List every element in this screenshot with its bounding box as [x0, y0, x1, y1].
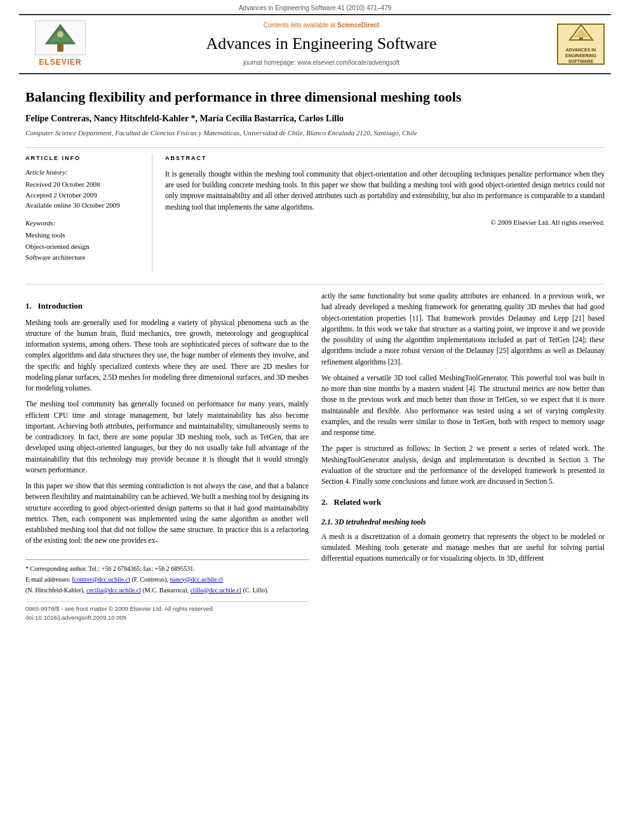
body-columns: 1. Introduction Meshing tools are genera…	[25, 291, 605, 622]
abstract-heading: ABSTRACT	[165, 154, 605, 163]
body-col-right: actly the same functionality but some qu…	[321, 291, 605, 622]
footer-line2: doi:10.1016/j.advengsoft.2009.10.005	[25, 613, 309, 622]
svg-point-3	[57, 31, 64, 37]
section2-label: Related work	[334, 497, 382, 507]
keywords-list: Meshing tools Object-oriented design Sof…	[25, 230, 142, 263]
footnote-corresponding: * Corresponding author. Tel.: +56 2 6784…	[25, 564, 309, 573]
main-content: Balancing flexibility and performance in…	[0, 88, 630, 622]
journal-title: Advances in Engineering Software	[95, 32, 547, 55]
right-para2: We obtained a versatile 3D tool called M…	[321, 373, 605, 439]
keyword-2: Object-oriented design	[25, 241, 142, 253]
section2-num: 2.	[321, 497, 328, 507]
abstract-text: It is generally thought within the meshi…	[165, 169, 605, 213]
sciencedirect-text: Contents lists available at ScienceDirec…	[95, 21, 547, 30]
intro-title: 1. Introduction	[25, 300, 309, 312]
footnotes: * Corresponding author. Tel.: +56 2 6784…	[25, 559, 309, 595]
divider-1	[25, 147, 605, 148]
journal-citation: Advances in Engineering Software 41 (201…	[239, 4, 391, 11]
elsevier-logo-area: ELSEVIER	[25, 20, 95, 68]
abstract-panel: ABSTRACT It is generally thought within …	[165, 154, 605, 271]
section2-title: 2. Related work	[321, 496, 605, 509]
email-3[interactable]: cecilia@dcc.uchile.cl	[86, 587, 141, 594]
divider-2	[25, 284, 605, 284]
author4-name: (C. Lillo).	[243, 587, 268, 594]
subsection21-title: 2.1. 3D tetrahedral meshing tools	[321, 516, 605, 528]
intro-para1: Meshing tools are generally used for mod…	[25, 317, 309, 394]
elsevier-wordmark: ELSEVIER	[39, 57, 81, 68]
received-date: Received 20 October 2008	[25, 179, 142, 190]
section2-para1: A mesh is a discretization of a domain g…	[321, 531, 605, 564]
article-info-heading: ARTICLE INFO	[25, 154, 142, 163]
article-info-panel: ARTICLE INFO Article history: Received 2…	[25, 154, 152, 271]
copyright-notice: © 2009 Elsevier Ltd. All rights reserved…	[165, 218, 605, 227]
intro-section-num: 1.	[25, 301, 32, 310]
article-info-abstract: ARTICLE INFO Article history: Received 2…	[25, 154, 605, 271]
available-date: Available online 30 October 2009	[25, 200, 142, 211]
keyword-1: Meshing tools	[25, 230, 142, 241]
eng-software-logo: ADVANCES IN ENGINEERING SOFTWARE	[557, 23, 605, 65]
journal-header-center: Contents lists available at ScienceDirec…	[95, 21, 547, 67]
email-1[interactable]: fcontrer@dcc.uchile.cl	[72, 576, 130, 583]
intro-para2: The meshing tool community has generally…	[25, 399, 309, 476]
eng-logo-line2: ENGINEERING	[565, 53, 596, 58]
footnote-emails: E-mail addresses: fcontrer@dcc.uchile.cl…	[25, 575, 309, 584]
author2-name: (N. Hitschfeld-Kahler),	[25, 587, 85, 594]
footer-line1: 0965-9978/$ - see front matter © 2009 El…	[25, 604, 309, 613]
keywords-label: Keywords:	[25, 218, 142, 228]
svg-rect-0	[57, 44, 64, 52]
header-banner: ELSEVIER Contents lists available at Sci…	[19, 14, 611, 74]
svg-marker-5	[573, 29, 589, 37]
email-4[interactable]: clillo@dcc.uchile.cl	[191, 587, 241, 594]
eng-logo-line3: SOFTWARE	[568, 59, 594, 63]
affiliation: Computer Science Department, Facultad de…	[25, 128, 605, 138]
keywords-section: Keywords: Meshing tools Object-oriented …	[25, 218, 142, 263]
svg-rect-6	[579, 37, 583, 40]
elsevier-logo-box	[35, 20, 86, 55]
footnote-emails-2: (N. Hitschfeld-Kahler), cecilia@dcc.uchi…	[25, 585, 309, 595]
eng-logo-line1: ADVANCES IN	[566, 48, 596, 52]
right-para3: The paper is structured as follows: In S…	[321, 443, 605, 487]
email-2[interactable]: nancy@dcc.uchile.cl	[170, 576, 224, 583]
accepted-date: Accepted 2 October 2009	[25, 190, 142, 201]
intro-section-title: Introduction	[38, 301, 83, 310]
history-label: Article history:	[25, 168, 142, 177]
intro-para3: In this paper we show that this seeming …	[25, 481, 309, 547]
article-history: Article history: Received 20 October 200…	[25, 168, 142, 211]
authors-line: Felipe Contreras, Nancy Hitschfeld-Kahle…	[25, 112, 605, 125]
emails-label: E-mail addresses:	[25, 576, 70, 583]
page-footer: 0965-9978/$ - see front matter © 2009 El…	[25, 601, 309, 623]
author3-name: (M.C. Bastarrica),	[142, 587, 189, 594]
journal-homepage: journal homepage: www.elsevier.com/locat…	[95, 58, 547, 67]
eng-logo-icon	[568, 23, 594, 46]
keyword-3: Software architecture	[25, 252, 142, 263]
author1-name: (F. Contreras),	[131, 576, 168, 583]
right-para1: actly the same functionality but some qu…	[321, 291, 605, 368]
article-title: Balancing flexibility and performance in…	[25, 88, 605, 107]
journal-meta-top: Advances in Engineering Software 41 (201…	[0, 0, 630, 14]
body-col-left: 1. Introduction Meshing tools are genera…	[25, 291, 309, 622]
eng-logo-area: ADVANCES IN ENGINEERING SOFTWARE	[547, 23, 605, 65]
